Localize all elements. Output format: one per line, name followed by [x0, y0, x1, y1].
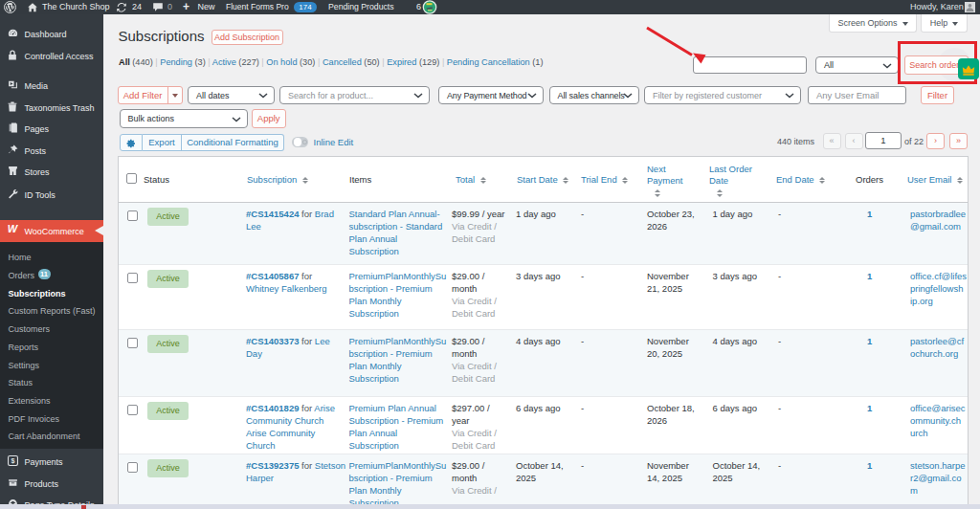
svg-text:$: $	[11, 457, 14, 465]
